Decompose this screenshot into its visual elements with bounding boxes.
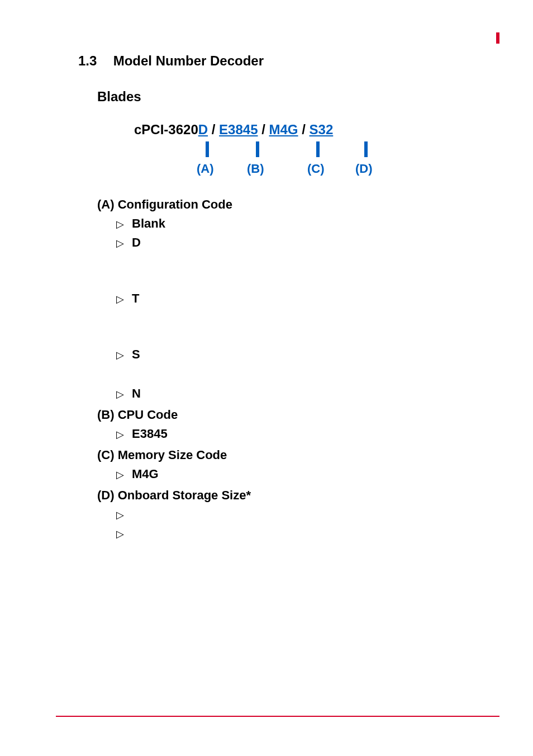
item-text: E3845	[132, 427, 168, 441]
bullet-icon: ▷	[116, 427, 124, 442]
sep: /	[261, 122, 269, 137]
tick-a	[206, 141, 209, 157]
list-item: ▷ Blank	[116, 216, 472, 232]
item-text: T	[132, 291, 139, 306]
section-b-label: (B) CPU Code	[97, 408, 472, 422]
page-content: 1.3 Model Number Decoder Blades cPCI-362…	[0, 0, 533, 542]
list-item: ▷	[116, 526, 472, 542]
model-number-decoder: cPCI-3620D / E3845 / M4G / S32 (A) (B) (…	[134, 120, 472, 181]
section-a-label: (A) Configuration Code	[97, 197, 472, 212]
section-heading: 1.3 Model Number Decoder	[78, 53, 472, 69]
bullet-icon: ▷	[116, 526, 124, 542]
item-text: M4G	[132, 467, 159, 481]
list-item: ▷ E3845	[116, 427, 472, 442]
bullet-icon: ▷	[116, 347, 124, 363]
tick-b	[256, 141, 259, 157]
sep: /	[302, 122, 309, 137]
heading-number: 1.3	[78, 53, 110, 69]
list-item: ▷ D	[116, 235, 472, 251]
header-accent-bar	[496, 32, 499, 44]
legend-row: (A) (B) (C) (D)	[134, 141, 472, 181]
section-c-label: (C) Memory Size Code	[97, 448, 472, 462]
list-item: ▷ N	[116, 386, 472, 402]
decoder-sections: (A) Configuration Code ▷ Blank ▷ D ▷ T ▷…	[97, 197, 472, 542]
heading-title: Model Number Decoder	[113, 53, 264, 68]
list-item: ▷ T	[116, 291, 472, 307]
legend-d: (D)	[355, 160, 373, 178]
model-part-b: E3845	[219, 122, 258, 137]
model-prefix: cPCI-3620	[134, 122, 198, 137]
section-d-label: (D) Onboard Storage Size*	[97, 488, 472, 503]
model-line: cPCI-3620D / E3845 / M4G / S32	[134, 120, 472, 139]
model-part-a: D	[198, 122, 208, 137]
bullet-icon: ▷	[116, 291, 124, 307]
item-text: S	[132, 347, 140, 362]
tick-c	[316, 141, 320, 157]
item-text: Blank	[132, 216, 165, 231]
legend-a: (A)	[197, 160, 214, 178]
bullet-icon: ▷	[116, 235, 124, 251]
bullet-icon: ▷	[116, 507, 124, 523]
bullet-icon: ▷	[116, 467, 124, 483]
model-part-d: S32	[310, 122, 334, 137]
list-item: ▷	[116, 507, 472, 523]
model-part-c: M4G	[269, 122, 298, 137]
bullet-icon: ▷	[116, 216, 124, 232]
subheading-blades: Blades	[97, 89, 472, 105]
footer-rule	[56, 716, 499, 717]
item-text: D	[132, 235, 141, 250]
list-item: ▷ S	[116, 347, 472, 363]
legend-b: (B)	[247, 160, 264, 178]
tick-d	[364, 141, 368, 157]
legend-c: (C)	[307, 160, 325, 178]
item-text: N	[132, 386, 141, 401]
list-item: ▷ M4G	[116, 467, 472, 483]
sep: /	[212, 122, 219, 137]
bullet-icon: ▷	[116, 386, 124, 402]
